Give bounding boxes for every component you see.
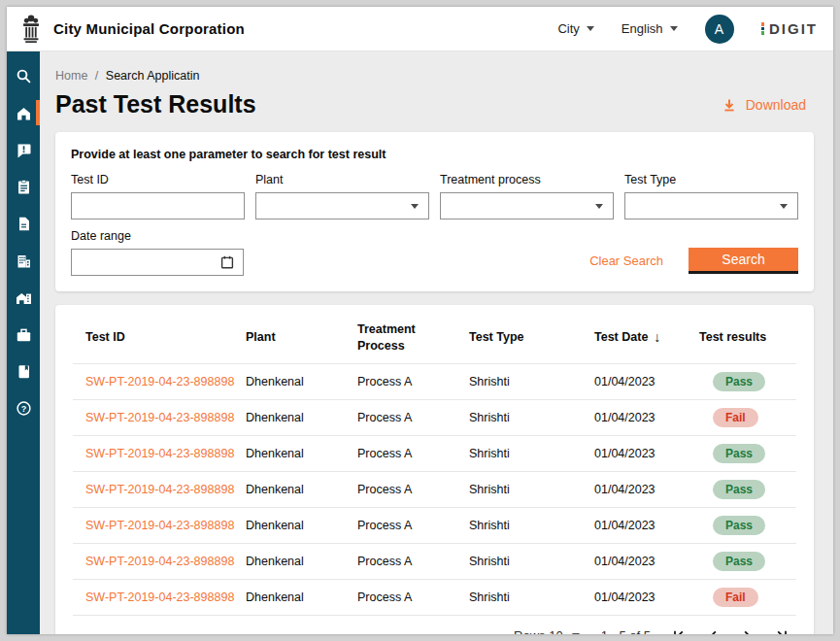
result-badge: Pass bbox=[713, 444, 765, 463]
treatment-process-label: Treatment process bbox=[440, 173, 614, 186]
test-type-select[interactable] bbox=[624, 192, 798, 219]
result-badge: Pass bbox=[713, 372, 765, 391]
sidebar-item-search[interactable] bbox=[7, 57, 40, 94]
help-icon: ? bbox=[16, 400, 32, 417]
chevron-down-icon bbox=[587, 26, 594, 31]
cell-test-date: 01/04/2023 bbox=[594, 519, 699, 532]
page-title: Past Test Results bbox=[55, 90, 256, 118]
digit-logo-mark-icon bbox=[761, 22, 765, 35]
cell-test-date: 01/04/2023 bbox=[594, 447, 699, 460]
digit-logo: DIGIT bbox=[761, 20, 819, 37]
sidebar-item-buildings[interactable] bbox=[7, 242, 40, 279]
cell-test-type: Shrishti bbox=[469, 555, 594, 568]
search-icon bbox=[16, 68, 32, 84]
digit-logo-text: DIGIT bbox=[769, 20, 818, 37]
calendar-icon bbox=[219, 254, 235, 270]
announcement-icon bbox=[16, 142, 32, 158]
cell-plant: Dhenkenal bbox=[246, 411, 357, 424]
left-nav-sidebar: ? bbox=[7, 51, 40, 634]
sidebar-item-assignments[interactable] bbox=[7, 168, 40, 205]
cell-plant: Dhenkenal bbox=[246, 483, 357, 496]
table-row: SW-PT-2019-04-23-898898 Dhenkenal Proces… bbox=[73, 507, 796, 543]
table-row: SW-PT-2019-04-23-898898 Dhenkenal Proces… bbox=[73, 399, 796, 435]
cell-test-id[interactable]: SW-PT-2019-04-23-898898 bbox=[85, 590, 246, 604]
sidebar-item-work[interactable] bbox=[7, 316, 40, 353]
cell-test-date: 01/04/2023 bbox=[594, 555, 699, 568]
sidebar-item-documents[interactable] bbox=[7, 205, 40, 242]
download-button[interactable]: Download bbox=[722, 97, 806, 113]
document-icon bbox=[16, 216, 32, 232]
sidebar-item-complaints[interactable] bbox=[7, 131, 40, 168]
column-header-test-id: Test ID bbox=[85, 329, 246, 346]
plant-select[interactable] bbox=[255, 192, 429, 219]
cell-treatment-process: Process A bbox=[357, 519, 469, 532]
briefcase-icon bbox=[16, 326, 32, 343]
cell-test-date: 01/04/2023 bbox=[594, 411, 699, 424]
date-range-label: Date range bbox=[71, 229, 244, 243]
sidebar-item-home-work[interactable] bbox=[7, 279, 40, 316]
cell-test-id[interactable]: SW-PT-2019-04-23-898898 bbox=[85, 555, 246, 568]
cell-plant: Dhenkenal bbox=[246, 447, 357, 460]
rows-per-page-label: Rows 10 bbox=[514, 628, 563, 634]
cell-test-type: Shrishti bbox=[469, 483, 594, 496]
sidebar-item-reports[interactable] bbox=[7, 353, 40, 389]
table-row: SW-PT-2019-04-23-898898 Dhenkenal Proces… bbox=[73, 363, 796, 399]
cell-test-type: Shrishti bbox=[469, 447, 594, 460]
top-header: City Municipal Corporation City English … bbox=[7, 7, 833, 51]
column-header-test-type: Test Type bbox=[469, 329, 594, 346]
main-content: Home / Search Applicatin Past Test Resul… bbox=[40, 51, 833, 634]
table-row: SW-PT-2019-04-23-898898 Dhenkenal Proces… bbox=[73, 471, 796, 507]
table-header-row: Test ID Plant Treatment Process Test Typ… bbox=[73, 305, 796, 363]
cell-test-id[interactable]: SW-PT-2019-04-23-898898 bbox=[85, 519, 246, 532]
cell-test-id[interactable]: SW-PT-2019-04-23-898898 bbox=[85, 375, 246, 388]
search-button[interactable]: Search bbox=[689, 248, 798, 274]
rows-per-page-select[interactable]: Rows 10 bbox=[514, 628, 580, 634]
sidebar-item-help[interactable]: ? bbox=[7, 389, 40, 426]
clipboard-icon bbox=[16, 179, 32, 195]
treatment-field-group: Treatment process bbox=[440, 173, 614, 219]
download-label: Download bbox=[746, 97, 806, 113]
cell-test-id[interactable]: SW-PT-2019-04-23-898898 bbox=[85, 447, 246, 460]
result-badge: Fail bbox=[713, 408, 758, 427]
column-header-plant: Plant bbox=[246, 329, 357, 346]
test-id-input[interactable] bbox=[71, 192, 245, 219]
test-id-field-group: Test ID bbox=[71, 173, 245, 219]
search-panel: Provide at least one parameter to search… bbox=[55, 132, 814, 291]
table-body: SW-PT-2019-04-23-898898 Dhenkenal Proces… bbox=[73, 363, 796, 616]
plant-label: Plant bbox=[255, 173, 429, 186]
chevron-down-icon bbox=[595, 204, 603, 209]
svg-text:?: ? bbox=[20, 403, 26, 413]
column-header-test-date[interactable]: Test Date ↓ bbox=[594, 328, 699, 347]
cell-test-id[interactable]: SW-PT-2019-04-23-898898 bbox=[85, 483, 246, 496]
cell-test-type: Shrishti bbox=[469, 519, 594, 532]
cell-treatment-process: Process A bbox=[357, 411, 469, 424]
city-selector[interactable]: City bbox=[557, 21, 593, 36]
first-page-icon[interactable] bbox=[672, 628, 687, 634]
national-emblem-icon bbox=[18, 14, 44, 45]
chevron-down-icon bbox=[780, 204, 788, 209]
home-icon bbox=[16, 105, 32, 121]
result-badge: Pass bbox=[713, 480, 765, 499]
treatment-process-select[interactable] bbox=[440, 192, 614, 219]
previous-page-icon[interactable] bbox=[706, 628, 721, 634]
result-badge: Pass bbox=[713, 516, 765, 535]
clear-search-link[interactable]: Clear Search bbox=[589, 253, 663, 268]
breadcrumb-separator: / bbox=[95, 69, 98, 83]
language-selector[interactable]: English bbox=[622, 21, 678, 36]
chevron-down-icon bbox=[572, 633, 580, 634]
cell-test-id[interactable]: SW-PT-2019-04-23-898898 bbox=[85, 411, 246, 424]
user-avatar[interactable]: A bbox=[705, 15, 734, 44]
table-row: SW-PT-2019-04-23-898898 Dhenkenal Proces… bbox=[73, 579, 796, 615]
cell-test-type: Shrishti bbox=[469, 411, 594, 424]
results-table-card: Test ID Plant Treatment Process Test Typ… bbox=[55, 305, 814, 634]
date-range-input[interactable] bbox=[71, 249, 244, 276]
cell-test-date: 01/04/2023 bbox=[594, 375, 699, 388]
table-row: SW-PT-2019-04-23-898898 Dhenkenal Proces… bbox=[73, 435, 796, 471]
sidebar-item-home[interactable] bbox=[7, 94, 40, 131]
next-page-icon[interactable] bbox=[740, 628, 755, 634]
breadcrumb-home-link[interactable]: Home bbox=[55, 69, 87, 83]
sort-descending-icon[interactable]: ↓ bbox=[654, 328, 660, 347]
last-page-icon[interactable] bbox=[774, 628, 789, 634]
cell-test-date: 01/04/2023 bbox=[594, 483, 699, 496]
chevron-down-icon bbox=[670, 26, 678, 31]
